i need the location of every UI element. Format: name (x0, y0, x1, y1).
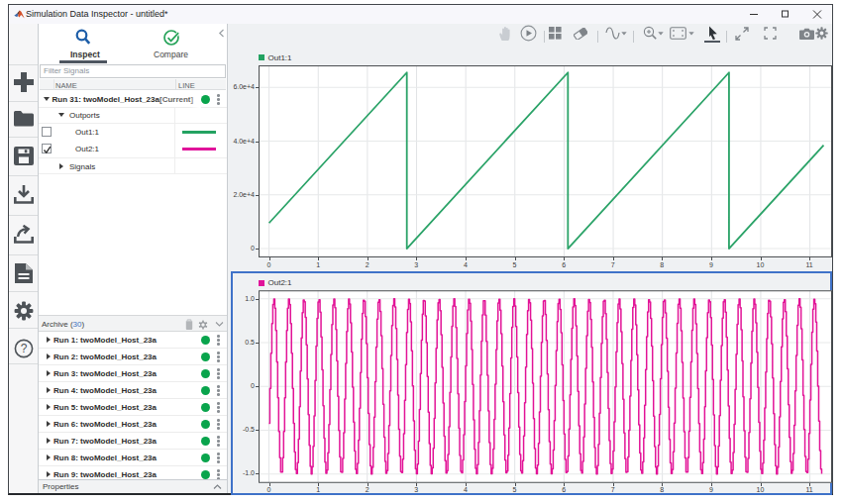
svg-text:?: ? (21, 342, 28, 355)
